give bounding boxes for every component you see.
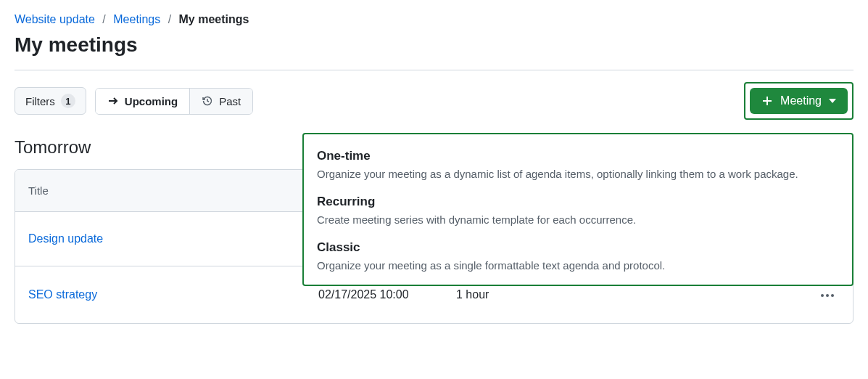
dropdown-item-recurring[interactable]: Recurring Create meeting series with dyn…	[317, 190, 839, 236]
breadcrumb-project-link[interactable]: Website update	[15, 13, 95, 25]
page-title: My meetings	[15, 33, 853, 57]
meeting-button-highlight: Meeting	[744, 82, 853, 120]
add-meeting-label: Meeting	[780, 94, 822, 107]
divider	[15, 70, 853, 70]
dropdown-item-desc: Create meeting series with dynamic templ…	[317, 213, 839, 226]
breadcrumb-separator: /	[102, 13, 105, 25]
past-label: Past	[219, 95, 241, 107]
toolbar-left-group: Filters 1 Upcoming Past	[15, 87, 253, 115]
add-meeting-button[interactable]: Meeting	[750, 88, 848, 114]
breadcrumb-section-link[interactable]: Meetings	[113, 13, 160, 25]
kebab-dot-icon	[826, 294, 829, 297]
past-tab[interactable]: Past	[189, 89, 252, 114]
dropdown-item-title: One-time	[317, 149, 839, 163]
dropdown-item-title: Recurring	[317, 195, 839, 209]
meeting-type-dropdown: One-time Organize your meeting as a dyna…	[302, 133, 853, 286]
plus-icon	[761, 95, 773, 107]
upcoming-tab[interactable]: Upcoming	[96, 89, 189, 114]
filters-label: Filters	[25, 95, 55, 107]
dropdown-item-desc: Organize your meeting as a single format…	[317, 259, 839, 272]
column-header-title: Title	[15, 170, 305, 211]
meeting-link[interactable]: Design update	[28, 232, 103, 245]
dropdown-item-classic[interactable]: Classic Organize your meeting as a singl…	[317, 236, 839, 274]
upcoming-label: Upcoming	[125, 95, 178, 107]
meeting-link[interactable]: SEO strategy	[28, 288, 97, 301]
breadcrumb-separator: /	[168, 13, 171, 25]
dropdown-item-title: Classic	[317, 240, 839, 255]
arrow-right-icon	[107, 95, 119, 107]
dropdown-item-one-time[interactable]: One-time Organize your meeting as a dyna…	[317, 144, 839, 190]
breadcrumb: Website update / Meetings / My meetings	[15, 13, 853, 26]
more-actions-button[interactable]	[815, 288, 840, 303]
filters-count-badge: 1	[61, 94, 75, 108]
caret-down-icon	[829, 99, 836, 103]
kebab-dot-icon	[831, 294, 834, 297]
kebab-dot-icon	[821, 294, 824, 297]
history-icon	[202, 95, 213, 107]
dropdown-item-desc: Organize your meeting as a dynamic list …	[317, 168, 839, 180]
filters-button[interactable]: Filters 1	[15, 87, 86, 115]
time-filter-segment: Upcoming Past	[95, 88, 253, 115]
breadcrumb-current: My meetings	[179, 13, 249, 25]
toolbar: Filters 1 Upcoming Past Meeting	[15, 82, 853, 120]
